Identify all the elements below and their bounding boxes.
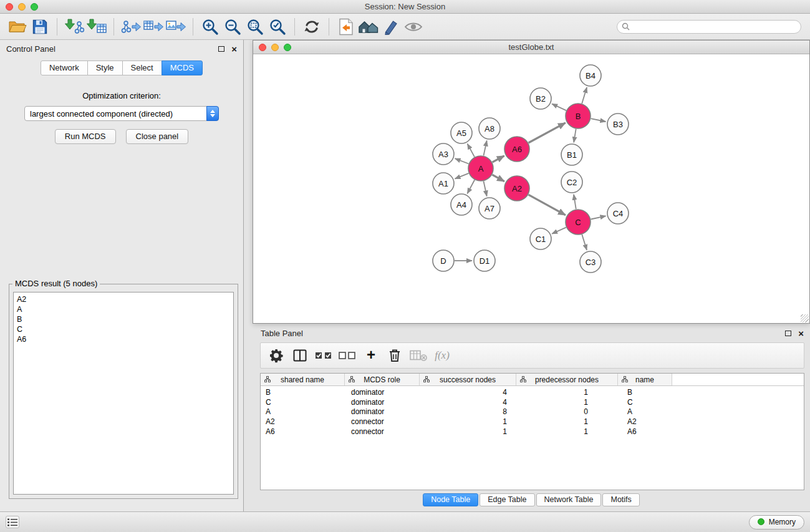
search-input[interactable] [617, 20, 801, 34]
close-panel-icon[interactable]: × [231, 44, 237, 54]
float-table-panel-icon[interactable] [785, 331, 791, 336]
show-columns-button[interactable] [289, 345, 311, 366]
task-history-button[interactable] [6, 516, 19, 528]
graph-edge-A-A5[interactable] [468, 144, 475, 157]
table-settings-button[interactable] [266, 345, 287, 366]
graph-node-C1[interactable]: C1 [530, 228, 551, 249]
window-zoom-button[interactable] [31, 3, 38, 11]
graph-edge-C-C1[interactable] [552, 228, 566, 234]
table-row[interactable]: A2connector11A2 [261, 417, 804, 427]
column-header-shared-name[interactable]: shared name [261, 374, 345, 385]
graph-node-A4[interactable]: A4 [451, 194, 472, 215]
graph-edge-B-B4[interactable] [582, 87, 587, 104]
export-table-button[interactable] [142, 16, 165, 38]
tab-node-table[interactable]: Node Table [423, 493, 478, 506]
graph-node-A5[interactable]: A5 [451, 122, 472, 143]
graph-edge-A-A3[interactable] [455, 158, 469, 163]
show-details-button[interactable] [402, 16, 425, 38]
graph-node-B2[interactable]: B2 [530, 88, 551, 109]
dropdown-stepper-icon[interactable] [206, 106, 219, 121]
open-session-button[interactable] [6, 16, 29, 38]
window-resize-grip[interactable] [801, 314, 809, 322]
zoom-selected-button[interactable] [266, 16, 289, 38]
graph-edge-B-B2[interactable] [552, 104, 566, 111]
table-row[interactable]: Bdominator41B [261, 388, 804, 398]
graph-node-B4[interactable]: B4 [580, 65, 601, 86]
close-panel-button[interactable]: Close panel [126, 129, 189, 144]
graph-edge-B-B1[interactable] [574, 129, 576, 143]
tab-edge-table[interactable]: Edge Table [480, 493, 534, 506]
graph-edge-A-A6[interactable] [493, 156, 504, 162]
graph-node-A[interactable]: A [468, 156, 493, 181]
graph-node-A1[interactable]: A1 [433, 173, 454, 194]
mcds-result-item[interactable]: A2 [17, 294, 230, 304]
graph-edge-A2-C[interactable] [528, 195, 566, 215]
table-row[interactable]: Adominator80A [261, 407, 804, 417]
graph-node-B[interactable]: B [566, 104, 591, 128]
mcds-result-item[interactable]: A6 [17, 334, 230, 344]
graph-edge-A-A7[interactable] [484, 181, 487, 196]
tab-motifs[interactable]: Motifs [602, 493, 639, 506]
window-close-button[interactable] [6, 3, 13, 11]
mcds-result-list[interactable]: A2ABCA6 [13, 292, 234, 495]
zoom-fit-button[interactable] [244, 16, 266, 38]
graph-edge-A-A8[interactable] [484, 141, 487, 156]
graph-node-C[interactable]: C [566, 210, 591, 235]
save-session-button[interactable] [29, 16, 51, 38]
import-table-button[interactable] [85, 16, 108, 38]
network-canvas[interactable]: AA1A2A3A4A5A6A7A8BB1B2B3B4CC1C2C3C4DD1 [253, 54, 809, 323]
tab-network-table[interactable]: Network Table [536, 493, 602, 506]
graph-node-B3[interactable]: B3 [607, 114, 629, 135]
column-header-successor-nodes[interactable]: successor nodes [420, 374, 516, 385]
graph-node-A2[interactable]: A2 [504, 176, 529, 201]
annotation-button[interactable] [380, 16, 402, 38]
graph-edge-A-A2[interactable] [492, 175, 504, 181]
mcds-result-item[interactable]: C [17, 324, 230, 334]
criterion-dropdown[interactable]: largest connected component (directed) [24, 106, 219, 121]
graph-edge-B-B3[interactable] [591, 118, 606, 122]
graph-node-C2[interactable]: C2 [561, 172, 582, 193]
graph-edge-A-A4[interactable] [467, 180, 475, 194]
network-close-button[interactable] [259, 44, 266, 51]
select-all-button[interactable] [313, 345, 334, 366]
table-row[interactable]: Cdominator41C [261, 398, 804, 408]
graph-node-A3[interactable]: A3 [433, 143, 454, 165]
deselect-all-button[interactable] [337, 345, 358, 366]
tab-select[interactable]: Select [122, 60, 162, 75]
first-neighbors-button[interactable] [335, 16, 357, 38]
graph-node-B1[interactable]: B1 [561, 144, 582, 165]
tab-network[interactable]: Network [41, 60, 88, 75]
node-table[interactable]: shared nameMCDS rolesuccessor nodesprede… [260, 373, 804, 490]
export-network-button[interactable] [120, 16, 142, 38]
close-table-panel-icon[interactable]: × [798, 329, 804, 338]
zoom-in-button[interactable] [199, 16, 221, 38]
table-row[interactable]: A6connector11A6 [261, 427, 804, 437]
network-zoom-button[interactable] [284, 44, 291, 51]
run-mcds-button[interactable]: Run MCDS [55, 129, 116, 144]
create-column-button[interactable]: + [360, 345, 382, 366]
graph-node-C3[interactable]: C3 [580, 251, 601, 273]
graph-edge-A-A1[interactable] [455, 173, 469, 179]
graph-node-A7[interactable]: A7 [479, 198, 500, 219]
window-minimize-button[interactable] [18, 3, 26, 11]
graph-node-D1[interactable]: D1 [474, 250, 495, 271]
graph-node-A6[interactable]: A6 [504, 137, 529, 162]
network-window-titlebar[interactable]: testGlobe.txt [253, 41, 809, 54]
graph-edge-C-C3[interactable] [582, 235, 587, 250]
export-image-button[interactable] [165, 16, 187, 38]
tab-style[interactable]: Style [87, 60, 123, 75]
graph-node-D[interactable]: D [433, 250, 454, 271]
graph-edge-C-C2[interactable] [574, 195, 576, 210]
graph-node-A8[interactable]: A8 [479, 118, 500, 139]
column-header-predecessor-nodes[interactable]: predecessor nodes [516, 374, 618, 385]
memory-button[interactable]: Memory [749, 515, 804, 530]
home-button[interactable] [357, 16, 380, 38]
zoom-out-button[interactable] [221, 16, 244, 38]
column-header-name[interactable]: name [618, 374, 672, 385]
column-header-mcds-role[interactable]: MCDS role [345, 374, 420, 385]
tab-mcds[interactable]: MCDS [162, 60, 203, 75]
import-network-button[interactable] [63, 16, 85, 38]
float-panel-icon[interactable] [218, 46, 224, 52]
graph-edge-C-C4[interactable] [591, 216, 606, 219]
refresh-button[interactable] [301, 16, 323, 38]
